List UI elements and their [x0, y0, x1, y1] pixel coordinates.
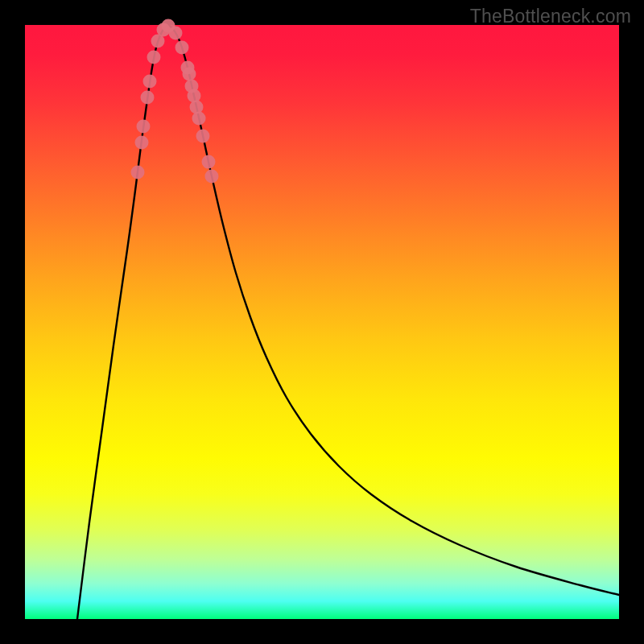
curve-marker: [135, 136, 149, 150]
curve-marker: [169, 27, 183, 40]
curve-marker: [175, 41, 189, 55]
curve-marker: [147, 51, 161, 64]
chart-frame: TheBottleneck.com: [0, 0, 644, 644]
curve-markers: [131, 19, 219, 184]
curve-marker: [205, 170, 219, 184]
curve-marker: [192, 112, 206, 126]
bottleneck-curve-path: [77, 26, 619, 619]
plot-area: [25, 25, 619, 619]
curve-marker: [183, 68, 196, 81]
curve-marker: [202, 155, 216, 169]
curve-marker: [137, 120, 151, 134]
watermark-text: TheBottleneck.com: [470, 6, 631, 27]
curve-marker: [188, 89, 201, 103]
curve-marker: [131, 166, 145, 180]
curve-marker: [190, 101, 204, 114]
bottleneck-curve: [77, 26, 619, 619]
curve-layer: [25, 25, 619, 619]
curve-marker: [141, 91, 155, 105]
curve-marker: [143, 75, 157, 89]
curve-marker: [196, 130, 210, 143]
